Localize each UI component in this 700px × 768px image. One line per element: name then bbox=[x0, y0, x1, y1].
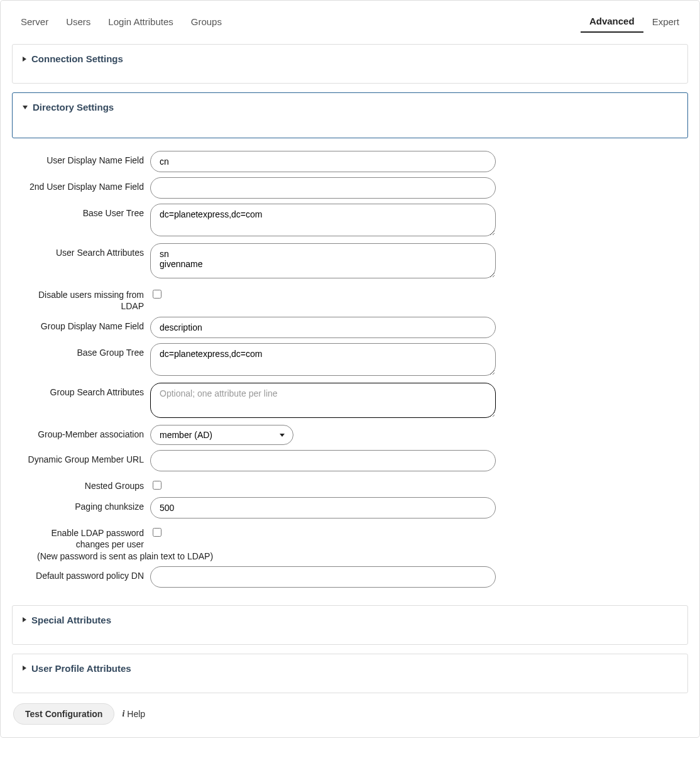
group-member-assoc-select[interactable]: member (AD) bbox=[150, 425, 293, 445]
test-configuration-button[interactable]: Test Configuration bbox=[13, 703, 114, 725]
tab-server[interactable]: Server bbox=[12, 13, 57, 32]
section-title: Special Attributes bbox=[31, 615, 111, 625]
help-link[interactable]: i Help bbox=[122, 709, 145, 719]
section-header-directory[interactable]: Directory Settings bbox=[23, 102, 677, 112]
base-user-tree-field[interactable] bbox=[150, 204, 496, 236]
label-paging-chunksize: Paging chunksize bbox=[18, 497, 150, 512]
enable-pw-change-checkbox[interactable] bbox=[153, 528, 161, 537]
chevron-down-icon bbox=[23, 106, 28, 109]
label-dynamic-group-url: Dynamic Group Member URL bbox=[18, 450, 150, 465]
label-nested-groups: Nested Groups bbox=[18, 476, 150, 491]
help-label: Help bbox=[127, 709, 145, 719]
paging-chunksize-field[interactable] bbox=[150, 497, 496, 518]
label-user-search-attributes: User Search Attributes bbox=[18, 243, 150, 258]
section-title: Connection Settings bbox=[31, 53, 123, 64]
default-pw-policy-field[interactable] bbox=[150, 566, 496, 588]
label-default-pw-policy: Default password policy DN bbox=[18, 566, 150, 581]
tab-login-attributes[interactable]: Login Attributes bbox=[99, 13, 182, 32]
section-header-connection[interactable]: Connection Settings bbox=[23, 53, 677, 64]
tabs-bar: Server Users Login Attributes Groups Adv… bbox=[12, 7, 688, 35]
section-directory-settings: Directory Settings bbox=[12, 92, 688, 138]
label-group-search-attributes: Group Search Attributes bbox=[18, 383, 150, 398]
section-title: User Profile Attributes bbox=[31, 663, 131, 674]
directory-settings-form: User Display Name Field 2nd User Display… bbox=[12, 151, 688, 596]
section-header-user-profile[interactable]: User Profile Attributes bbox=[23, 663, 677, 674]
label-second-user-display-name: 2nd User Display Name Field bbox=[18, 177, 150, 192]
tab-groups[interactable]: Groups bbox=[182, 13, 231, 32]
label-user-display-name: User Display Name Field bbox=[18, 151, 150, 166]
chevron-right-icon bbox=[23, 57, 26, 62]
settings-panel: Server Users Login Attributes Groups Adv… bbox=[0, 0, 700, 738]
user-search-attributes-field[interactable] bbox=[150, 243, 496, 278]
base-group-tree-field[interactable] bbox=[150, 343, 496, 376]
tab-users[interactable]: Users bbox=[57, 13, 99, 32]
user-display-name-field[interactable] bbox=[150, 151, 496, 172]
nested-groups-checkbox[interactable] bbox=[153, 481, 161, 490]
group-search-attributes-field[interactable] bbox=[150, 383, 496, 418]
section-connection-settings: Connection Settings bbox=[12, 44, 688, 84]
label-base-group-tree: Base Group Tree bbox=[18, 343, 150, 358]
disable-missing-checkbox[interactable] bbox=[153, 290, 161, 299]
label-base-user-tree: Base User Tree bbox=[18, 204, 150, 219]
label-group-member-assoc: Group-Member association bbox=[18, 425, 150, 440]
label-enable-pw-change: Enable LDAP password changes per user bbox=[18, 524, 150, 550]
section-special-attributes: Special Attributes bbox=[12, 605, 688, 645]
section-user-profile-attributes: User Profile Attributes bbox=[12, 654, 688, 693]
second-user-display-name-field[interactable] bbox=[150, 177, 496, 199]
chevron-right-icon bbox=[23, 617, 26, 622]
dynamic-group-url-field[interactable] bbox=[150, 450, 496, 471]
pw-note: (New password is sent as plain text to L… bbox=[37, 551, 213, 561]
section-header-special[interactable]: Special Attributes bbox=[23, 615, 677, 625]
footer: Test Configuration i Help bbox=[12, 703, 688, 725]
label-group-display-name: Group Display Name Field bbox=[18, 317, 150, 332]
group-display-name-field[interactable] bbox=[150, 317, 496, 338]
info-icon: i bbox=[122, 709, 124, 719]
label-disable-missing: Disable users missing from LDAP bbox=[18, 285, 150, 312]
chevron-right-icon bbox=[23, 666, 26, 671]
tab-expert[interactable]: Expert bbox=[643, 13, 688, 32]
tab-advanced[interactable]: Advanced bbox=[581, 12, 643, 33]
section-title: Directory Settings bbox=[33, 102, 114, 112]
